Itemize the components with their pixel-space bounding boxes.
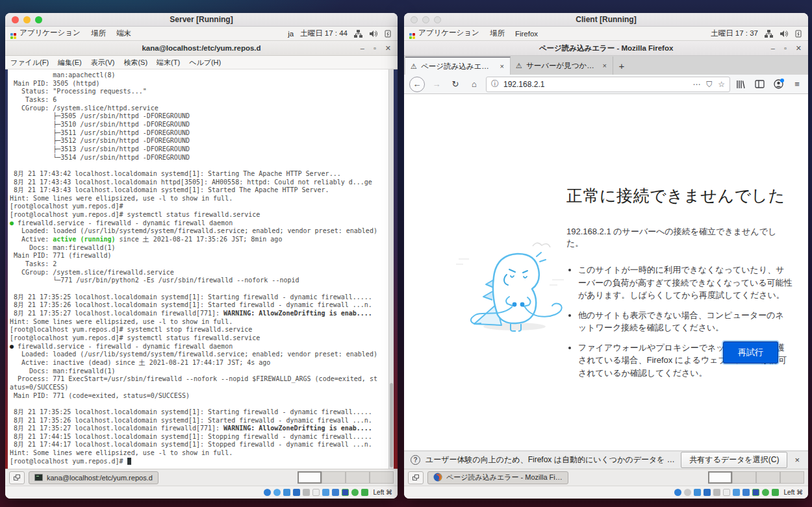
keyboard-capture-icon[interactable] [361,489,368,496]
terminal-title: kana@localhost:/etc/yum.repos.d [5,44,398,52]
terminal-close-button[interactable]: ✕ [385,41,391,56]
menu-terminal[interactable]: 端末(T) [157,58,180,68]
keyboard-capture-icon[interactable] [772,489,779,496]
shared-folder-icon[interactable] [312,489,320,496]
data-sharing-notification-bar: ? ユーザー体験の向上のため、Firefox は自動的にいくつかのデータを Mo… [404,451,808,469]
terminal-task-button[interactable]: kana@localhost:/etc/yum.repos.d [29,471,159,484]
menu-edit[interactable]: 編集(E) [58,58,82,68]
hdd-icon[interactable] [264,489,271,496]
retry-button[interactable]: 再試行 [724,342,778,363]
menu-help[interactable]: ヘルプ(H) [189,58,221,68]
show-desktop-button[interactable] [408,471,424,484]
usb-icon[interactable] [713,489,720,496]
choose-shared-data-button[interactable]: 共有するデータを選択(C) [681,452,787,468]
tab-server-not-found[interactable]: ⚠ サーバーが見つかりませ × [511,56,613,75]
vbox-features-icon[interactable] [752,489,759,496]
tab-page-load-error[interactable]: ⚠ ページ読み込みエラー × [405,56,511,75]
workspace-2[interactable] [322,471,346,484]
network-icon[interactable] [354,30,362,38]
menu-hamburger-icon[interactable]: ≡ [791,79,803,90]
clock[interactable]: 土曜日 17 : 37 [711,29,758,38]
firefox-minimize-button[interactable]: – [771,41,775,56]
site-info-icon[interactable]: ⓘ [491,79,499,90]
terminal-titlebar[interactable]: kana@localhost:/etc/yum.repos.d – ▫ ✕ [5,41,398,56]
new-tab-button[interactable]: + [613,56,630,75]
pocket-icon[interactable]: ⛉ [706,80,712,89]
network-adapter-icon[interactable] [704,489,711,496]
warning-icon: ⚠ [411,62,417,71]
places-menu[interactable]: 場所 [91,29,106,38]
server-vbox-statusbar: Left ⌘ [5,486,398,499]
menu-view[interactable]: 表示(V) [91,58,115,68]
recording-icon[interactable] [332,489,339,496]
network-icon[interactable] [765,30,773,38]
usb-icon[interactable] [303,489,310,496]
tab-close-icon[interactable]: × [500,62,505,70]
workspace-1[interactable] [298,471,322,484]
workspace-3[interactable] [346,471,370,484]
forward-button[interactable]: → [429,77,444,92]
server-mac-titlebar[interactable]: Server [Running] [5,13,398,27]
keyboard-layout-indicator[interactable]: ja [288,30,294,38]
home-button[interactable]: ⌂ [467,77,481,92]
workspace-2[interactable] [732,471,756,484]
applications-icon [10,33,16,39]
show-desktop-button[interactable] [9,471,25,484]
vbox-features-icon[interactable] [342,489,349,496]
notification-text: ユーザー体験の向上のため、Firefox は自動的にいくつかのデータを Mozi… [425,454,676,465]
display-icon[interactable] [733,489,740,496]
library-icon[interactable] [735,79,746,90]
power-icon[interactable] [794,30,803,38]
sidebar-icon[interactable] [754,79,765,90]
firefox-close-button[interactable]: ✕ [796,41,802,56]
firefox-window-title: ページ読み込みエラー - Mozilla Firefox [404,43,808,53]
reload-button[interactable]: ↻ [448,77,463,92]
terminal-app-menu[interactable]: 端末 [116,29,131,38]
optical-disc-icon[interactable] [273,489,281,496]
volume-icon[interactable] [780,30,788,38]
menu-search[interactable]: 検索(S) [123,58,147,68]
workspace-4[interactable] [780,471,804,484]
tab-close-icon[interactable]: × [602,62,607,69]
bookmark-star-icon[interactable]: ☆ [718,80,725,89]
hdd-icon[interactable] [674,489,681,496]
workspace-4[interactable] [370,471,394,484]
optical-disc-icon[interactable] [684,489,691,496]
volume-icon[interactable] [369,30,377,38]
power-icon[interactable] [384,30,392,38]
page-actions-icon[interactable]: ⋯ [692,80,700,89]
shared-folder-icon[interactable] [723,489,730,496]
error-subtitle: 192.168.2.1 のサーバーへの接続を確立できませんでした。 [566,226,793,249]
firefox-app-menu[interactable]: Firefox [515,30,538,38]
back-button[interactable]: ← [409,77,425,92]
audio-icon[interactable] [694,489,701,496]
notification-close-icon[interactable]: × [793,455,802,465]
url-bar[interactable]: ⓘ 192.168.2.1 ⋯ ⛉ ☆ [486,77,730,92]
network-adapter-icon[interactable] [293,489,300,496]
url-text[interactable]: 192.168.2.1 [503,80,688,89]
client-mac-titlebar[interactable]: Client [Running] [404,13,808,27]
places-menu[interactable]: 場所 [490,29,505,38]
pointer-integration-icon[interactable] [762,489,769,496]
terminal-minimize-button[interactable]: – [361,41,364,56]
terminal-scrollbar[interactable] [388,69,394,469]
menu-file[interactable]: ファイル(F) [10,58,49,68]
client-gnome-panel: アプリケーション 場所 Firefox 土曜日 17 : 37 [404,27,808,41]
error-title: 正常に接続できませんでした [566,185,793,206]
terminal-maximize-button[interactable]: ▫ [374,41,376,56]
display-icon[interactable] [322,489,329,496]
pointer-integration-icon[interactable] [351,489,359,496]
audio-icon[interactable] [283,489,290,496]
recording-icon[interactable] [742,489,750,496]
applications-menu[interactable]: アプリケーション [409,28,479,39]
account-icon[interactable] [772,79,784,90]
scrollbar-thumb[interactable] [390,383,393,467]
firefox-maximize-button[interactable]: ▫ [784,41,787,56]
terminal-output[interactable]: man:apachectl(8) Main PID: 3505 (httpd) … [8,69,388,469]
workspace-1[interactable] [708,471,732,484]
clock[interactable]: 土曜日 17 : 44 [300,29,348,38]
applications-menu[interactable]: アプリケーション [10,28,81,39]
workspace-3[interactable] [756,471,780,484]
firefox-task-button[interactable]: ページ読み込みエラー - Mozilla Fi… [427,471,568,484]
firefox-titlebar[interactable]: ページ読み込みエラー - Mozilla Firefox – ▫ ✕ [404,41,808,56]
